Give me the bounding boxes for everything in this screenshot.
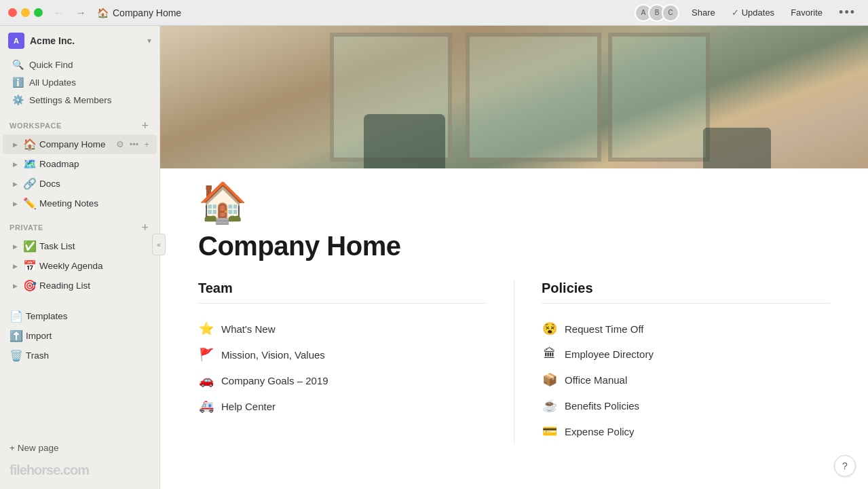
policies-links: 😵 Request Time Off 🏛 Employee Directory …: [542, 316, 830, 444]
new-page-button[interactable]: + New page: [0, 439, 159, 457]
sidebar-item-company-home[interactable]: ▶ 🏠 Company Home ⚙ ••• +: [3, 134, 157, 154]
toggle-icon[interactable]: ▶: [10, 198, 20, 209]
team-column: Team ⭐ What's New 🚩 Mission, Vision, Val…: [198, 280, 514, 444]
sidebar-trash-label: Trash: [26, 350, 151, 361]
toggle-icon[interactable]: ▶: [10, 179, 20, 189]
share-button[interactable]: Share: [687, 5, 719, 20]
sidebar-meeting-notes-label: Meeting Notes: [39, 198, 151, 209]
sidebar-item-task-list[interactable]: ▶ ✅ Task List: [3, 236, 157, 256]
sidebar-roadmap-label: Roadmap: [39, 159, 151, 169]
team-section-title: Team: [198, 280, 487, 304]
workspace-section-label: WORKSPACE: [10, 122, 62, 130]
employee-directory-label: Employee Directory: [565, 348, 654, 360]
link-benefits-policies[interactable]: ☕ Benefits Policies: [542, 393, 830, 418]
policies-column: Policies 😵 Request Time Off 🏛 Employee D…: [514, 280, 830, 444]
window-frame-3: [608, 33, 710, 162]
workspace-icon: A: [8, 33, 24, 49]
car-icon: 🚗: [198, 373, 214, 388]
sidebar-item-settings[interactable]: ⚙️ Settings & Members: [3, 91, 157, 109]
page-breadcrumb: 🏠 Company Home: [97, 7, 635, 18]
toggle-icon[interactable]: ▶: [10, 280, 20, 291]
sidebar-nav-quick-find-label: Quick Find: [29, 60, 73, 70]
link-request-time-off[interactable]: 😵 Request Time Off: [542, 316, 830, 342]
workspace-name: Acme Inc.: [30, 35, 142, 46]
gear-icon: ⚙️: [12, 94, 24, 105]
sidebar-item-trash[interactable]: 🗑️ Trash: [3, 346, 157, 365]
item-more-button[interactable]: •••: [128, 139, 141, 150]
link-company-goals[interactable]: 🚗 Company Goals – 2019: [198, 367, 487, 393]
item-settings-button[interactable]: ⚙: [114, 139, 126, 150]
info-icon: ℹ️: [12, 77, 24, 88]
sidebar-nav-settings-label: Settings & Members: [29, 95, 112, 105]
help-button[interactable]: ?: [834, 455, 856, 477]
private-add-button[interactable]: +: [140, 221, 150, 234]
page-icon: 🏠: [198, 179, 868, 225]
item-actions: ⚙ ••• +: [114, 139, 151, 150]
toggle-icon[interactable]: ▶: [10, 159, 20, 170]
sidebar-import-label: Import: [26, 331, 151, 341]
forward-button[interactable]: →: [73, 5, 89, 20]
building-icon: 🏛: [542, 347, 558, 361]
toggle-icon[interactable]: ▶: [10, 261, 20, 272]
sidebar-item-quick-find[interactable]: 🔍 Quick Find: [3, 56, 157, 73]
minimize-button[interactable]: [21, 8, 30, 17]
mission-vision-label: Mission, Vision, Values: [221, 349, 325, 361]
team-links: ⭐ What's New 🚩 Mission, Vision, Values 🚗…: [198, 316, 487, 419]
content-columns: Team ⭐ What's New 🚩 Mission, Vision, Val…: [160, 280, 868, 444]
sidebar-company-home-label: Company Home: [39, 139, 111, 149]
company-goals-label: Company Goals – 2019: [221, 375, 328, 386]
more-button[interactable]: •••: [835, 3, 860, 22]
collapse-sidebar-button[interactable]: «: [152, 234, 166, 255]
meeting-notes-icon: ✏️: [23, 197, 37, 210]
workspace-add-button[interactable]: +: [140, 120, 150, 132]
request-time-off-label: Request Time Off: [565, 323, 643, 335]
main-content: 🏠 Company Home Team ⭐ What's New 🚩 Missi…: [160, 0, 868, 489]
sidebar-item-templates[interactable]: 📄 Templates: [3, 306, 157, 326]
flag-icon: 🚩: [198, 347, 214, 362]
close-button[interactable]: [8, 8, 17, 17]
sidebar-reading-list-label: Reading List: [39, 280, 151, 291]
maximize-button[interactable]: [34, 8, 43, 17]
link-employee-directory[interactable]: 🏛 Employee Directory: [542, 342, 830, 367]
sidebar-nav: 🔍 Quick Find ℹ️ All Updates ⚙️ Settings …: [0, 53, 159, 111]
hero-image: [160, 26, 868, 168]
search-icon: 🔍: [12, 59, 24, 70]
link-mission-vision[interactable]: 🚩 Mission, Vision, Values: [198, 342, 487, 367]
templates-icon: 📄: [10, 310, 23, 323]
furniture-item: [703, 128, 771, 168]
box-icon: 📦: [542, 372, 558, 387]
link-whats-new[interactable]: ⭐ What's New: [198, 316, 487, 342]
new-page-label: + New page: [10, 443, 58, 453]
workspace-chevron-icon: ▾: [147, 36, 151, 46]
sidebar-templates-label: Templates: [26, 311, 151, 321]
sidebar-item-roadmap[interactable]: ▶ 🗺️ Roadmap: [3, 154, 157, 174]
workspace-header[interactable]: A Acme Inc. ▾: [0, 26, 159, 53]
benefits-policies-label: Benefits Policies: [565, 400, 639, 412]
sidebar-item-reading-list[interactable]: ▶ 🎯 Reading List: [3, 276, 157, 295]
sidebar-weekly-agenda-label: Weekly Agenda: [39, 261, 151, 271]
toggle-icon[interactable]: ▶: [10, 241, 20, 252]
link-help-center[interactable]: 🚑 Help Center: [198, 393, 487, 419]
sidebar-item-weekly-agenda[interactable]: ▶ 📅 Weekly Agenda: [3, 256, 157, 276]
window-frame-2: [466, 33, 601, 162]
weekly-agenda-icon: 📅: [23, 259, 37, 272]
sidebar-item-all-updates[interactable]: ℹ️ All Updates: [3, 73, 157, 91]
updates-button[interactable]: ✓ Updates: [728, 5, 778, 20]
task-list-icon: ✅: [23, 240, 37, 253]
watermark: filehorse.com: [0, 457, 159, 486]
sidebar-item-meeting-notes[interactable]: ▶ ✏️ Meeting Notes: [3, 194, 157, 213]
sidebar-item-import[interactable]: ⬆️ Import: [3, 326, 157, 346]
link-expense-policy[interactable]: 💳 Expense Policy: [542, 418, 830, 444]
docs-icon: 🔗: [23, 177, 37, 190]
coffee-icon: ☕: [542, 398, 558, 413]
item-add-button[interactable]: +: [142, 139, 151, 150]
back-button[interactable]: ←: [51, 5, 67, 20]
sidebar-item-docs[interactable]: ▶ 🔗 Docs: [3, 174, 157, 194]
link-office-manual[interactable]: 📦 Office Manual: [542, 367, 830, 393]
expense-policy-label: Expense Policy: [565, 426, 635, 437]
toggle-icon[interactable]: ▶: [10, 139, 20, 150]
sidebar-task-list-label: Task List: [39, 241, 151, 251]
favorite-button[interactable]: Favorite: [787, 5, 827, 20]
trash-icon: 🗑️: [10, 349, 23, 362]
workspace-section-header: WORKSPACE +: [0, 111, 159, 134]
